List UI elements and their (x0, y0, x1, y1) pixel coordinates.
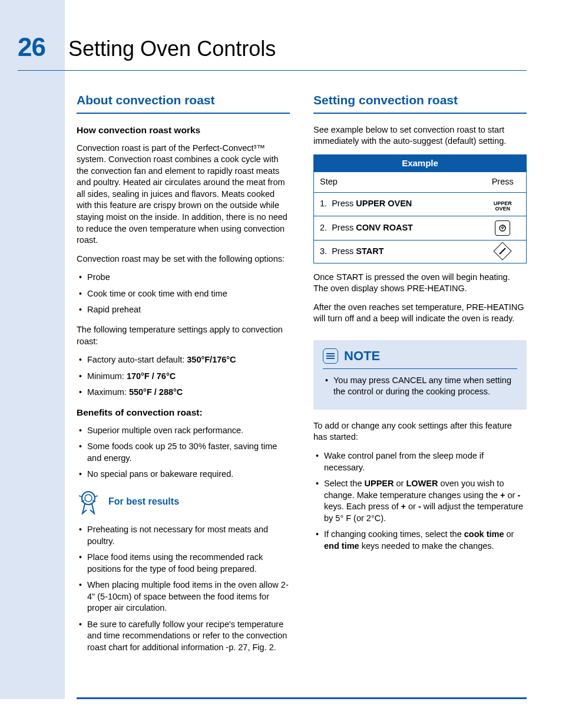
table-row: 2. Press CONV ROAST (314, 216, 527, 241)
options-list: Probe Cook time or cook time with end ti… (77, 272, 290, 316)
benefits-list: Superior multiple oven rack performance.… (77, 425, 290, 480)
list-item: No special pans or bakeware required. (77, 469, 290, 480)
page-header: 26 Setting Oven Controls (18, 29, 527, 64)
example-table: Example Step Press 1. Press UPPER OVEN U… (313, 154, 527, 263)
col-press: Press (480, 172, 527, 193)
after-start-p1: Once START is pressed the oven will begi… (313, 272, 527, 295)
setting-intro: See example below to set convection roas… (313, 124, 527, 147)
list-item: You may press CANCEL any time when setti… (323, 375, 517, 398)
about-heading: About convection roast (77, 92, 290, 113)
best-results-list: Preheating is not necessary for most mea… (77, 524, 290, 654)
svg-point-0 (82, 492, 95, 505)
ribbon-icon (77, 489, 100, 515)
best-results-title: For best results (108, 495, 179, 508)
temps-intro: The following temperature settings apply… (77, 324, 290, 347)
list-item: Cook time or cook time with end time (77, 288, 290, 300)
change-intro: To add or change any cook settings after… (313, 420, 527, 443)
table-row: 3. Press START (314, 241, 527, 263)
left-column: About convection roast How convection ro… (77, 92, 290, 661)
col-step: Step (314, 172, 480, 193)
list-item: Some foods cook up 25 to 30% faster, sav… (77, 441, 290, 464)
after-start-p2: After the oven reaches set temperature, … (313, 302, 527, 325)
list-item: Place food items using the recommended r… (77, 552, 290, 575)
table-row: 1. Press UPPER OVEN UPPEROVEN (314, 192, 527, 216)
example-table-title: Example (314, 154, 527, 172)
list-item: Wake control panel from the sleep mode i… (313, 450, 527, 473)
right-column: Setting convection roast See example bel… (313, 92, 527, 661)
start-icon (496, 245, 509, 258)
how-works-heading: How convection roast works (77, 124, 290, 137)
about-paragraph-1: Convection roast is part of the Perfect-… (77, 143, 290, 246)
list-item: Superior multiple oven rack performance. (77, 425, 290, 437)
change-list: Wake control panel from the sleep mode i… (313, 450, 527, 552)
upper-oven-icon: UPPEROVEN (494, 201, 512, 212)
note-box: NOTE You may press CANCEL any time when … (313, 340, 527, 410)
list-item: Factory auto-start default: 350°F/176°C (77, 354, 290, 366)
list-item: Minimum: 170°F / 76°C (77, 371, 290, 383)
benefits-heading: Benefits of convection roast: (77, 407, 290, 419)
list-item: Maximum: 550°F / 288°C (77, 387, 290, 398)
list-item: Preheating is not necessary for most mea… (77, 524, 290, 547)
temps-list: Factory auto-start default: 350°F/176°C … (77, 354, 290, 398)
header-rule (18, 70, 527, 71)
page-number: 26 (18, 29, 65, 64)
note-icon (323, 348, 338, 364)
conv-roast-icon (495, 220, 510, 236)
svg-point-1 (85, 495, 92, 502)
note-list: You may press CANCEL any time when setti… (323, 375, 517, 398)
setting-heading: Setting convection roast (313, 92, 527, 113)
list-item: When placing multiple food items in the … (77, 579, 290, 614)
list-item: If changing cooking times, select the co… (313, 529, 527, 552)
list-item: Select the UPPER or LOWER oven you wish … (313, 478, 527, 524)
list-item: Rapid preheat (77, 304, 290, 316)
note-title: NOTE (344, 347, 380, 365)
page-title: Setting Oven Controls (68, 35, 276, 64)
footer-rule (77, 697, 527, 699)
about-paragraph-2: Convection roast may be set with the fol… (77, 253, 290, 265)
best-results-header: For best results (77, 489, 290, 515)
list-item: Be sure to carefully follow your recipe'… (77, 619, 290, 654)
list-item: Probe (77, 272, 290, 284)
left-color-band (0, 0, 65, 699)
